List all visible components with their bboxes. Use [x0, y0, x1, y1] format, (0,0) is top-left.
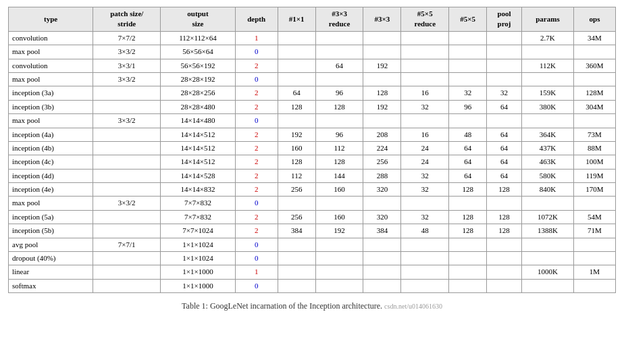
col-output: outputsize: [161, 7, 236, 32]
cell-3x3reduce: [315, 114, 363, 128]
cell-ops: 54M: [574, 210, 616, 224]
cell-depth: 2: [235, 100, 278, 113]
cell-depth: 1: [235, 31, 278, 45]
cell-5x5: [449, 114, 487, 128]
cell-type: inception (3a): [9, 86, 93, 100]
cell-ops: 170M: [574, 183, 616, 197]
cell-3x3reduce: [315, 279, 363, 292]
cell-type: dropout (40%): [9, 252, 93, 265]
cell-pool: [487, 114, 522, 128]
table-row: inception (3b) 28×28×480 2 128 128 192 3…: [9, 100, 616, 113]
cell-ops: [574, 279, 616, 292]
cell-depth: 0: [235, 238, 278, 251]
cell-params: [521, 72, 573, 86]
cell-3x3: 192: [363, 59, 401, 72]
cell-5x5: 48: [449, 128, 487, 141]
cell-type: max pool: [9, 72, 93, 86]
cell-params: [521, 114, 573, 128]
cell-5x5: [449, 279, 487, 292]
table-row: inception (4d) 14×14×528 2 112 144 288 3…: [9, 169, 616, 182]
cell-3x3reduce: 160: [315, 210, 363, 224]
cell-ops: [574, 72, 616, 86]
cell-params: 2.7K: [521, 31, 573, 45]
cell-type: inception (4b): [9, 141, 93, 155]
table-row: inception (3a) 28×28×256 2 64 96 128 16 …: [9, 86, 616, 100]
cell-5x5reduce: 48: [401, 224, 449, 238]
cell-type: convolution: [9, 31, 93, 45]
cell-ops: [574, 252, 616, 265]
table-row: max pool 3×3/2 7×7×832 0: [9, 197, 616, 210]
cell-patch: [93, 210, 161, 224]
cell-3x3reduce: 144: [315, 169, 363, 182]
cell-5x5reduce: [401, 114, 449, 128]
cell-ops: 71M: [574, 224, 616, 238]
cell-3x3: 256: [363, 155, 401, 169]
cell-output: 14×14×528: [161, 169, 236, 182]
cell-params: 112K: [521, 59, 573, 72]
cell-pool: [487, 197, 522, 210]
cell-patch: [93, 141, 161, 155]
cell-ops: 100M: [574, 155, 616, 169]
table-row: convolution 3×3/1 56×56×192 2 64 192 112…: [9, 59, 616, 72]
cell-1x1: [278, 59, 315, 72]
cell-patch: [93, 224, 161, 238]
cell-pool: [487, 72, 522, 86]
cell-pool: [487, 59, 522, 72]
cell-depth: 2: [235, 86, 278, 100]
table-row: inception (4e) 14×14×832 2 256 160 320 3…: [9, 183, 616, 197]
cell-output: 56×56×192: [161, 59, 236, 72]
cell-params: [521, 252, 573, 265]
cell-params: 840K: [521, 183, 573, 197]
col-1x1: #1×1: [278, 7, 315, 32]
cell-ops: 88M: [574, 141, 616, 155]
cell-depth: 0: [235, 72, 278, 86]
cell-3x3reduce: [315, 31, 363, 45]
cell-5x5: 32: [449, 86, 487, 100]
cell-3x3reduce: 128: [315, 155, 363, 169]
cell-5x5: [449, 265, 487, 279]
cell-3x3: 224: [363, 141, 401, 155]
cell-ops: 73M: [574, 128, 616, 141]
cell-patch: [93, 155, 161, 169]
cell-ops: [574, 114, 616, 128]
cell-type: inception (4d): [9, 169, 93, 182]
cell-patch: [93, 265, 161, 279]
cell-3x3: [363, 265, 401, 279]
cell-pool: [487, 31, 522, 45]
cell-pool: [487, 265, 522, 279]
cell-3x3: 384: [363, 224, 401, 238]
cell-5x5reduce: [401, 197, 449, 210]
cell-type: max pool: [9, 114, 93, 128]
cell-type: softmax: [9, 279, 93, 292]
cell-3x3: 320: [363, 183, 401, 197]
cell-depth: 0: [235, 252, 278, 265]
cell-output: 56×56×64: [161, 45, 236, 59]
cell-3x3reduce: 112: [315, 141, 363, 155]
cell-5x5: 64: [449, 155, 487, 169]
col-pool: poolproj: [487, 7, 522, 32]
table-row: inception (4b) 14×14×512 2 160 112 224 2…: [9, 141, 616, 155]
cell-ops: [574, 45, 616, 59]
cell-3x3reduce: [315, 197, 363, 210]
col-ops: ops: [574, 7, 616, 32]
cell-5x5: [449, 252, 487, 265]
cell-ops: [574, 197, 616, 210]
cell-3x3reduce: [315, 265, 363, 279]
cell-output: 1×1×1024: [161, 238, 236, 251]
table-row: max pool 3×3/2 56×56×64 0: [9, 45, 616, 59]
cell-params: [521, 238, 573, 251]
cell-5x5reduce: [401, 238, 449, 251]
cell-pool: 64: [487, 100, 522, 113]
col-type: type: [9, 7, 93, 32]
cell-output: 7×7×832: [161, 197, 236, 210]
cell-depth: 0: [235, 279, 278, 292]
cell-5x5: [449, 59, 487, 72]
cell-5x5: [449, 31, 487, 45]
cell-5x5: 128: [449, 183, 487, 197]
cell-1x1: 128: [278, 100, 315, 113]
cell-3x3: [363, 114, 401, 128]
col-5x5: #5×5: [449, 7, 487, 32]
col-3x3: #3×3: [363, 7, 401, 32]
cell-5x5reduce: 32: [401, 210, 449, 224]
cell-patch: 3×3/2: [93, 114, 161, 128]
